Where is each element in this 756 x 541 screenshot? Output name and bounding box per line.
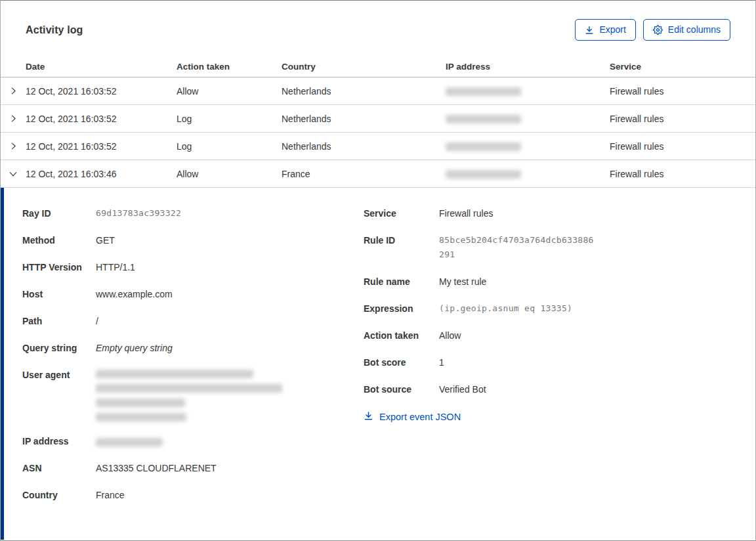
cell-action-taken: Allow: [177, 169, 282, 179]
cell-service: Firewall rules: [610, 141, 755, 152]
detail-path: Path /: [22, 314, 364, 328]
cell-action-taken: Log: [177, 141, 282, 152]
detail-action-taken: Action taken Allow: [364, 328, 730, 343]
cell-ip-address-redacted: [446, 86, 610, 97]
detail-http-version: HTTP Version HTTP/1.1: [22, 260, 364, 274]
cell-country: Netherlands: [282, 86, 446, 97]
cell-service: Firewall rules: [610, 169, 755, 179]
page-title: Activity log: [26, 24, 83, 36]
collapse-row-button[interactable]: [1, 160, 26, 187]
chevron-right-icon: [9, 142, 18, 150]
detail-rule-id: Rule ID 85bce5b204cf4703a764dcb633886291: [364, 233, 730, 262]
detail-query-string: Query string Empty query string: [22, 341, 364, 355]
export-button[interactable]: Export: [575, 19, 635, 41]
column-header-country: Country: [282, 62, 446, 72]
cell-country: France: [282, 169, 446, 179]
detail-ray-id: Ray ID 69d13783ac393322: [22, 206, 364, 221]
event-detail-right-column: Service Firewall rules Rule ID 85bce5b20…: [364, 206, 730, 423]
expand-row-button[interactable]: [1, 133, 26, 160]
detail-service: Service Firewall rules: [364, 206, 730, 221]
detail-rule-name: Rule name My test rule: [364, 274, 730, 289]
chevron-down-icon: [9, 169, 18, 179]
table-header-row: Date Action taken Country IP address Ser…: [1, 56, 755, 77]
cell-service: Firewall rules: [610, 114, 755, 124]
gear-icon: [653, 25, 663, 35]
cell-date: 12 Oct, 2021 16:03:52: [26, 141, 177, 152]
detail-bot-score: Bot score 1: [364, 355, 730, 370]
table-row-expanded[interactable]: 12 Oct, 2021 16:03:46 Allow France Firew…: [1, 160, 755, 188]
cell-ip-address-redacted: [446, 141, 610, 152]
detail-bot-source: Bot source Verified Bot: [364, 382, 730, 397]
event-detail-left-column: Ray ID 69d13783ac393322 Method GET HTTP …: [22, 206, 364, 515]
detail-ip-address-redacted: IP address: [22, 434, 364, 448]
detail-user-agent-redacted: User agent: [22, 368, 364, 422]
activity-log-table: Date Action taken Country IP address Ser…: [1, 56, 755, 540]
expand-row-button[interactable]: [1, 105, 26, 132]
cell-country: Netherlands: [282, 141, 446, 152]
column-header-ip-address: IP address: [446, 62, 610, 72]
export-event-json-link[interactable]: Export event JSON: [364, 411, 461, 423]
column-header-service: Service: [610, 62, 755, 72]
header: Activity log Export Edit columns: [1, 1, 755, 41]
expander-column-spacer: [1, 56, 26, 77]
download-icon: [364, 411, 373, 423]
chevron-right-icon: [9, 114, 18, 123]
column-header-date: Date: [26, 62, 177, 72]
cell-date: 12 Oct, 2021 16:03:52: [26, 114, 177, 124]
expand-row-button[interactable]: [1, 77, 26, 104]
cell-ip-address-redacted: [446, 114, 610, 124]
export-event-json-label: Export event JSON: [379, 412, 461, 422]
detail-country: Country France: [22, 488, 364, 502]
column-header-action-taken: Action taken: [177, 62, 282, 72]
cell-date: 12 Oct, 2021 16:03:52: [26, 86, 177, 97]
table-row[interactable]: 12 Oct, 2021 16:03:52 Allow Netherlands …: [1, 77, 755, 105]
cell-country: Netherlands: [282, 114, 446, 124]
event-detail-panel: Ray ID 69d13783ac393322 Method GET HTTP …: [1, 188, 755, 540]
cell-ip-address-redacted: [446, 169, 610, 179]
cell-service: Firewall rules: [610, 86, 755, 97]
detail-host: Host www.example.com: [22, 287, 364, 301]
detail-asn: ASN AS13335 CLOUDFLARENET: [22, 461, 364, 475]
detail-method: Method GET: [22, 233, 364, 248]
cell-action-taken: Log: [177, 114, 282, 124]
table-row[interactable]: 12 Oct, 2021 16:03:52 Log Netherlands Fi…: [1, 105, 755, 133]
edit-columns-button[interactable]: Edit columns: [643, 19, 730, 41]
edit-columns-button-label: Edit columns: [668, 24, 721, 35]
chevron-right-icon: [9, 87, 18, 95]
cell-date: 12 Oct, 2021 16:03:46: [26, 169, 177, 179]
export-button-label: Export: [599, 24, 625, 35]
download-icon: [585, 26, 594, 35]
cell-action-taken: Allow: [177, 86, 282, 97]
detail-expression: Expression (ip.geoip.asnum eq 13335): [364, 301, 730, 316]
toolbar: Export Edit columns: [575, 19, 730, 41]
activity-log-panel: Activity log Export Edit columns: [0, 0, 756, 541]
table-row[interactable]: 12 Oct, 2021 16:03:52 Log Netherlands Fi…: [1, 133, 755, 160]
